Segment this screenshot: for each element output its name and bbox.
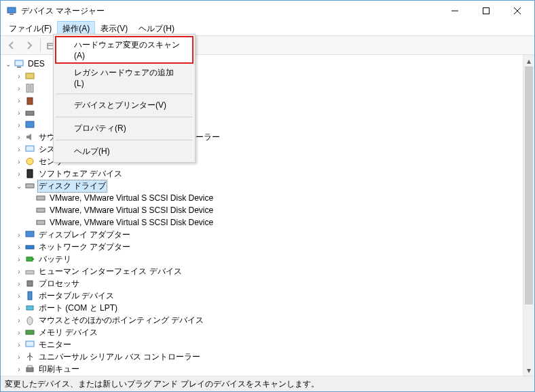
tree-item-label: ディスク ドライブ — [37, 180, 107, 193]
expand-arrow-icon[interactable]: › — [14, 85, 24, 92]
disk-icon — [24, 180, 35, 191]
tree-item-label — [37, 75, 40, 77]
menu-file[interactable]: ファイル(F) — [3, 21, 57, 35]
svg-rect-33 — [26, 341, 34, 347]
expand-arrow-icon[interactable]: › — [14, 353, 24, 361]
expand-arrow-icon[interactable]: › — [14, 305, 24, 312]
svg-rect-11 — [26, 84, 29, 92]
menu-action[interactable]: 操作(A) — [57, 21, 95, 35]
expand-arrow-icon[interactable]: › — [14, 231, 24, 239]
expand-arrow-icon[interactable]: › — [14, 109, 24, 117]
expand-arrow-icon[interactable]: ⌄ — [3, 60, 13, 68]
expand-arrow-icon[interactable]: › — [14, 134, 24, 141]
toolbar-separator — [40, 39, 41, 52]
forward-button[interactable] — [21, 37, 37, 54]
menu-add-legacy[interactable]: レガシ ハードウェアの追加(L) — [55, 64, 193, 92]
menu-devices-printers[interactable]: デバイスとプリンター(V) — [55, 96, 193, 115]
tree-item-label: ソフトウェア デバイス — [37, 168, 124, 180]
tree-item-disk-child[interactable]: › VMware, VMware Virtual S SCSI Disk Dev… — [2, 204, 521, 216]
menu-help[interactable]: ヘルプ(H) — [133, 21, 180, 35]
tree-item-label: ヒューマン インターフェイス デバイス — [37, 265, 183, 278]
svg-rect-19 — [26, 184, 34, 188]
device-icon — [24, 95, 35, 106]
tree-item-label: ポータブル デバイス — [37, 290, 115, 302]
computer-icon — [14, 58, 24, 69]
expand-arrow-icon[interactable]: › — [14, 170, 24, 178]
expand-arrow-icon[interactable]: › — [14, 146, 24, 153]
svg-rect-24 — [26, 246, 34, 249]
svg-rect-13 — [27, 98, 33, 104]
expand-arrow-icon[interactable]: › — [14, 121, 24, 129]
menu-separator — [56, 140, 193, 140]
expand-arrow-icon[interactable]: › — [14, 280, 24, 288]
maximize-button[interactable] — [471, 1, 502, 21]
expand-arrow-icon[interactable]: › — [14, 97, 24, 104]
minimize-button[interactable] — [439, 1, 471, 21]
software-icon — [24, 168, 35, 179]
expand-arrow-icon[interactable]: › — [14, 158, 24, 165]
battery-icon — [24, 254, 35, 264]
collapse-arrow-icon[interactable]: ⌄ — [14, 182, 24, 190]
tree-item-hid[interactable]: › ヒューマン インターフェイス デバイス — [2, 265, 521, 277]
scroll-up-icon[interactable]: ▴ — [523, 55, 534, 66]
tree-item-usb[interactable]: › ユニバーサル シリアル バス コントローラー — [2, 351, 521, 363]
tree-item-ports[interactable]: › ポート (COM と LPT) — [2, 302, 521, 314]
expand-arrow-icon[interactable]: › — [14, 366, 24, 373]
expand-arrow-icon[interactable]: › — [14, 73, 24, 80]
scroll-thumb[interactable] — [525, 66, 533, 305]
expand-arrow-icon[interactable]: › — [14, 329, 24, 336]
tree-item-label: プロセッサ — [37, 277, 81, 290]
tree-item-memory[interactable]: › メモリ デバイス — [2, 326, 521, 338]
tree-item-monitor[interactable]: › モニター — [2, 338, 521, 351]
svg-rect-32 — [26, 330, 34, 334]
tree-item-label: メモリ デバイス — [37, 326, 99, 339]
tree-item-display[interactable]: › ディスプレイ アダプター — [2, 229, 521, 241]
expand-arrow-icon[interactable]: › — [14, 243, 24, 251]
expand-arrow-icon[interactable]: › — [14, 256, 24, 263]
expand-arrow-icon[interactable]: › — [14, 268, 24, 275]
port-icon — [24, 302, 35, 313]
tree-item-portable[interactable]: › ポータブル デバイス — [2, 290, 521, 302]
expand-arrow-icon[interactable]: › — [14, 317, 24, 324]
menu-help[interactable]: ヘルプ(H) — [55, 142, 193, 161]
menu-view[interactable]: 表示(V) — [95, 21, 133, 35]
svg-rect-12 — [31, 84, 33, 92]
menu-properties[interactable]: プロパティ(R) — [55, 119, 193, 138]
device-icon — [24, 71, 35, 81]
svg-rect-23 — [26, 231, 34, 237]
tree-item-label: バッテリ — [37, 253, 73, 266]
network-icon — [24, 241, 35, 252]
svg-rect-27 — [26, 271, 34, 274]
menu-scan-hardware[interactable]: ハードウェア変更のスキャン(A) — [55, 36, 193, 64]
tree-item-software[interactable]: › ソフトウェア デバイス — [2, 168, 521, 180]
tree-item-label: VMware, VMware Virtual S SCSI Disk Devic… — [48, 193, 215, 203]
svg-rect-1 — [10, 14, 14, 15]
tree-item-disk[interactable]: ⌄ ディスク ドライブ — [2, 180, 521, 192]
usb-icon — [24, 351, 35, 362]
expand-arrow-icon[interactable]: › — [14, 292, 24, 300]
scroll-down-icon[interactable]: ▾ — [523, 364, 534, 376]
expand-arrow-icon[interactable]: › — [14, 341, 24, 349]
scroll-track[interactable] — [523, 66, 534, 364]
tree-item-label: モニター — [37, 338, 73, 351]
tree-item-disk-child[interactable]: › VMware, VMware Virtual S SCSI Disk Dev… — [2, 192, 521, 204]
tree-item-label: ネットワーク アダプター — [37, 241, 132, 254]
svg-rect-35 — [28, 366, 32, 368]
tree-item-label — [37, 87, 40, 89]
svg-rect-9 — [17, 66, 21, 68]
svg-rect-34 — [26, 368, 33, 372]
tree-item-battery[interactable]: › バッテリ — [2, 253, 521, 265]
close-button[interactable] — [502, 1, 533, 21]
vertical-scrollbar[interactable]: ▴ ▾ — [523, 55, 534, 376]
tree-item-network[interactable]: › ネットワーク アダプター — [2, 241, 521, 253]
tree-item-disk-child[interactable]: › VMware, VMware Virtual S SCSI Disk Dev… — [2, 216, 521, 229]
svg-rect-29 — [28, 292, 32, 300]
back-button[interactable] — [3, 37, 20, 54]
speaker-icon — [24, 132, 35, 142]
tree-item-processor[interactable]: › プロセッサ — [2, 277, 521, 290]
tree-item-printqueue[interactable]: › 印刷キュー — [2, 363, 521, 375]
svg-rect-8 — [15, 60, 23, 66]
action-menu-dropdown: ハードウェア変更のスキャン(A) レガシ ハードウェアの追加(L) デバイスとプ… — [53, 34, 196, 163]
tree-item-mouse[interactable]: › マウスとそのほかのポインティング デバイス — [2, 314, 521, 326]
svg-rect-28 — [27, 281, 33, 286]
